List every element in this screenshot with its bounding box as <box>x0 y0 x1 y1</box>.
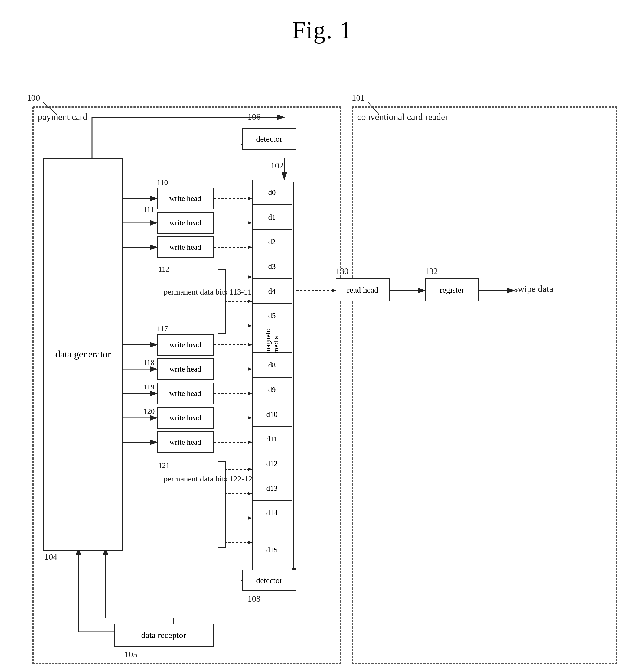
perm-bits-1-bracket <box>218 269 226 334</box>
ref-117: 117 <box>157 324 168 333</box>
magnetic-media-label: magnetic media <box>264 327 280 353</box>
perm-bits-2-bracket <box>218 461 226 548</box>
card-reader-box <box>352 107 617 664</box>
detector-bottom-box: detector <box>242 570 296 591</box>
ref-118: 118 <box>144 358 154 367</box>
ref-110: 110 <box>157 178 168 187</box>
write-head-120b: write head <box>157 432 214 453</box>
read-head-label: read head <box>347 286 378 295</box>
card-reader-label: conventional card reader <box>357 112 448 122</box>
write-head-119: write head <box>157 383 214 404</box>
write-head-111a: write head <box>157 212 214 234</box>
data-receptor-label: data receptor <box>141 630 186 640</box>
data-generator-box: data generator <box>43 158 123 551</box>
ref-130: 130 <box>336 266 349 276</box>
ref-112: 112 <box>158 265 169 274</box>
register-box: register <box>425 278 479 302</box>
ref-108: 108 <box>248 594 261 604</box>
ref-120: 120 <box>144 407 155 416</box>
perm-bits-1-label: permanent data bits 113-116 <box>164 287 256 297</box>
ref-104: 104 <box>44 552 57 562</box>
page-title: Fig. 1 <box>0 0 644 44</box>
read-head-box: read head <box>336 278 390 302</box>
write-head-120a: write head <box>157 407 214 429</box>
ref-101: 101 <box>352 93 365 103</box>
swipe-data-label: swipe data <box>514 284 553 294</box>
register-label: register <box>440 286 464 295</box>
ref-100: 100 <box>27 93 40 103</box>
write-head-117: write head <box>157 334 214 356</box>
detector-top-label: detector <box>256 134 282 144</box>
ref-105: 105 <box>125 649 137 660</box>
data-receptor-box: data receptor <box>114 624 214 647</box>
detector-bottom-label: detector <box>256 576 282 585</box>
ref-121: 121 <box>158 461 170 470</box>
ref-106: 106 <box>248 112 261 122</box>
payment-card-label: payment card <box>38 112 88 122</box>
write-head-118: write head <box>157 358 214 380</box>
ref-132: 132 <box>425 266 438 276</box>
write-head-111b: write head <box>157 237 214 258</box>
perm-bits-2-label: permanent data bits 122-125 <box>164 473 257 484</box>
magnetic-media-strip: d0 d1 d2 d3 d4 d5 magnetic media d8 d9 d… <box>252 180 292 575</box>
ref-102: 102 <box>271 161 284 170</box>
data-generator-label: data generator <box>55 348 111 360</box>
ref-111: 111 <box>144 205 154 214</box>
detector-top-box: detector <box>242 128 296 150</box>
ref-119: 119 <box>144 383 154 391</box>
write-head-110: write head <box>157 188 214 209</box>
